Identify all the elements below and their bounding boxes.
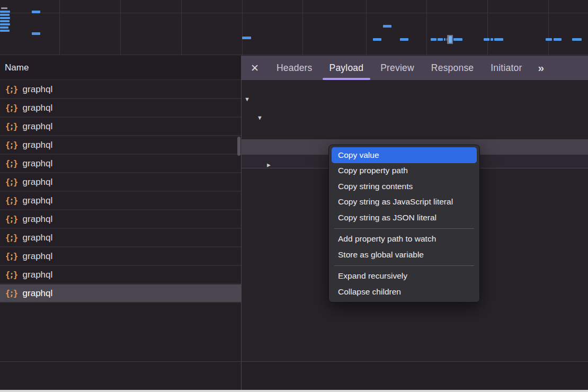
- json-braces-icon: {;}: [5, 289, 17, 298]
- overview-gridline: [120, 0, 121, 55]
- tabs: HeadersPayloadPreviewResponseInitiator: [268, 56, 530, 80]
- overview-request-bar: [494, 38, 503, 41]
- overview-request-bar: [0, 23, 10, 25]
- close-icon[interactable]: ✕: [248, 62, 261, 74]
- json-braces-icon: {;}: [5, 233, 17, 243]
- overview-request-bar: [431, 38, 436, 41]
- overview-request-bar: [242, 37, 251, 39]
- overview-gridline: [487, 0, 488, 55]
- tab-initiator[interactable]: Initiator: [482, 56, 530, 80]
- json-braces-icon: {;}: [5, 196, 17, 206]
- overview-request-bar: [491, 38, 493, 41]
- request-row-graphql[interactable]: {;}graphql: [0, 136, 241, 155]
- collapse-triangle-icon[interactable]: ▼: [258, 111, 262, 121]
- request-name-label: graphql: [23, 177, 53, 188]
- json-braces-icon: {;}: [5, 252, 17, 261]
- request-row-graphql[interactable]: {;}graphql: [0, 266, 241, 284]
- json-braces-icon: {;}: [5, 140, 17, 150]
- collapse-triangle-icon[interactable]: ▼: [244, 92, 250, 102]
- menu-item-collapse-children[interactable]: Collapse children: [332, 284, 477, 300]
- menu-item-copy-string-as-javascript-literal[interactable]: Copy string as JavaScript literal: [332, 194, 477, 210]
- request-row-graphql[interactable]: {;}graphql: [0, 118, 241, 136]
- overview-request-bar: [0, 11, 10, 13]
- overview-request-bar: [438, 38, 443, 41]
- request-list: {;}graphql{;}graphql{;}graphql{;}graphql…: [0, 81, 241, 361]
- request-name-label: graphql: [23, 84, 53, 95]
- menu-item-copy-string-contents[interactable]: Copy string contents: [332, 179, 477, 194]
- overview-request-bar: [1, 7, 7, 9]
- overview-request-bar: [383, 25, 391, 28]
- context-menu: Copy valueCopy property pathCopy string …: [328, 145, 480, 302]
- overview-request-bar: [444, 38, 446, 41]
- overview-gridline: [181, 0, 182, 55]
- json-braces-icon: {;}: [5, 177, 17, 187]
- request-name-label: graphql: [23, 103, 53, 113]
- overview-request-bar: [0, 17, 10, 19]
- request-name-label: graphql: [23, 140, 53, 150]
- json-braces-icon: {;}: [5, 159, 17, 168]
- overview-request-bar: [373, 38, 381, 41]
- menu-item-copy-string-as-json-literal[interactable]: Copy string as JSON literal: [332, 210, 477, 226]
- panel-divider[interactable]: [241, 56, 242, 390]
- footer-divider: [0, 361, 588, 362]
- request-name-label: graphql: [23, 158, 53, 169]
- json-braces-icon: {;}: [5, 122, 17, 131]
- request-row-graphql[interactable]: {;}graphql: [0, 155, 241, 173]
- expand-triangle-icon[interactable]: ▶: [267, 158, 271, 168]
- overview-request-bar: [32, 32, 40, 35]
- column-header-name[interactable]: Name: [0, 56, 241, 80]
- request-row-graphql[interactable]: {;}graphql: [0, 192, 241, 210]
- tab-label: Response: [431, 63, 474, 74]
- request-name-label: graphql: [23, 251, 53, 262]
- overview-request-bar: [484, 38, 489, 41]
- tab-label: Initiator: [491, 63, 522, 74]
- more-tabs-icon[interactable]: »: [538, 61, 543, 74]
- request-name-label: graphql: [23, 121, 53, 132]
- overview-gridline: [548, 0, 549, 55]
- request-name-label: graphql: [23, 195, 53, 206]
- request-row-graphql[interactable]: {;}graphql: [0, 81, 241, 99]
- operation-name-row[interactable]: operationName: "ipFlowTimeseries": [242, 125, 588, 139]
- tab-headers[interactable]: Headers: [268, 56, 321, 80]
- overview-request-bar: [572, 38, 582, 41]
- tab-payload[interactable]: Payload: [321, 56, 372, 80]
- menu-separator: [334, 265, 474, 266]
- devtools-network-panel: Name {;}graphql{;}graphql{;}graphql{;}gr…: [0, 0, 588, 392]
- menu-separator: [334, 228, 474, 229]
- tab-response[interactable]: Response: [423, 56, 482, 80]
- menu-item-expand-recursively[interactable]: Expand recursively: [332, 269, 477, 284]
- overview-gridline: [0, 13, 588, 13]
- window-bottom-edge: [0, 390, 588, 392]
- network-overview-timeline[interactable]: [0, 0, 588, 55]
- json-braces-icon: {;}: [5, 270, 17, 280]
- overview-hover-bar: [449, 36, 452, 43]
- menu-item-copy-property-path[interactable]: Copy property path: [332, 163, 477, 179]
- request-row-graphql[interactable]: {;}graphql: [0, 229, 241, 247]
- request-row-graphql[interactable]: {;}graphql: [0, 173, 241, 192]
- tab-label: Preview: [380, 63, 414, 74]
- overview-request-bar: [453, 38, 462, 41]
- overview-request-bar: [400, 38, 408, 41]
- overview-gridline: [426, 0, 427, 55]
- overview-request-bar: [546, 38, 552, 41]
- json-braces-icon: {;}: [5, 103, 17, 113]
- json-braces-icon: {;}: [5, 215, 17, 224]
- overview-gridline: [242, 0, 243, 55]
- request-row-graphql[interactable]: {;}graphql: [0, 210, 241, 229]
- scrollbar-thumb[interactable]: [237, 137, 240, 156]
- request-row-graphql[interactable]: {;}graphql: [0, 99, 241, 118]
- request-name-label: graphql: [23, 288, 53, 299]
- overview-request-bar: [0, 20, 10, 22]
- menu-item-store-as-global-variable[interactable]: Store as global variable: [332, 247, 477, 263]
- tab-label: Payload: [329, 63, 364, 74]
- request-name-label: graphql: [23, 214, 53, 225]
- request-row-graphql[interactable]: {;}graphql: [0, 284, 241, 303]
- request-name-label: graphql: [23, 233, 53, 243]
- json-braces-icon: {;}: [5, 85, 17, 94]
- menu-item-copy-value[interactable]: Copy value: [332, 147, 477, 163]
- request-row-graphql[interactable]: {;}graphql: [0, 247, 241, 266]
- overview-gridline: [366, 0, 367, 55]
- tab-preview[interactable]: Preview: [372, 56, 423, 80]
- menu-item-add-property-path-to-watch[interactable]: Add property path to watch: [332, 231, 477, 247]
- payload-preview-row[interactable]: ▼ {operationName: "ipFlowTimeseries", va…: [242, 106, 588, 121]
